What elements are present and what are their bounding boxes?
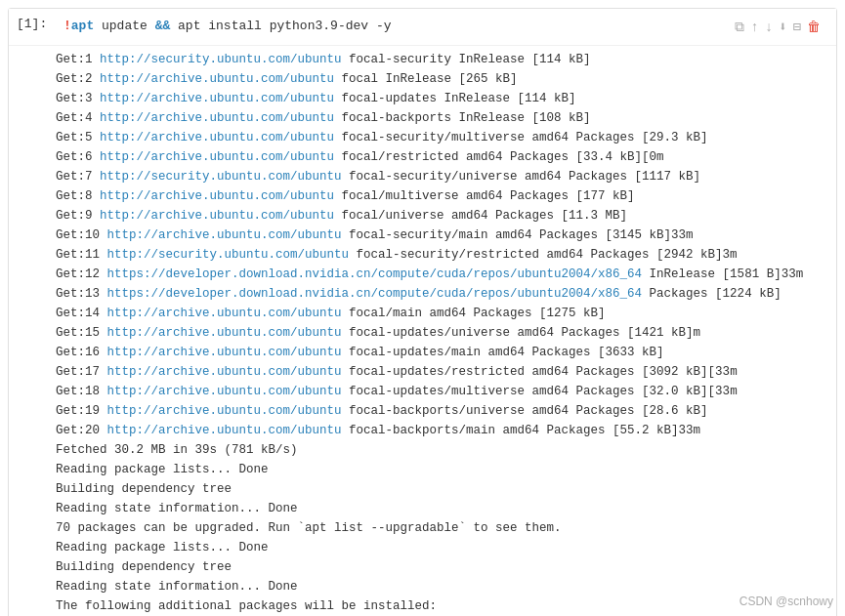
cmd-install: apt install python3.9-dev [170,19,376,33]
output-line: Get:18 http://archive.ubuntu.com/ubuntu … [56,382,828,401]
output-line: Get:10 http://archive.ubuntu.com/ubuntu … [56,226,828,245]
cmd-update: update [94,19,154,33]
output-line: Get:9 http://archive.ubuntu.com/ubuntu f… [56,206,828,226]
cell-command-input[interactable]: !apt update && apt install python3.9-dev… [56,15,727,37]
output-line: Get:19 http://archive.ubuntu.com/ubuntu … [56,401,828,421]
output-line: Get:13 https://developer.download.nvidia… [56,284,828,304]
output-line: Building dependency tree [56,479,828,499]
output-line: Get:14 http://archive.ubuntu.com/ubuntu … [56,304,828,323]
output-line: Reading package lists... Done [56,460,828,479]
output-line: Get:12 https://developer.download.nvidia… [56,265,828,284]
cmd-apt: apt [71,19,94,33]
output-line: Get:7 http://security.ubuntu.com/ubuntu … [56,167,828,186]
notebook-cell: [1]: !apt update && apt install python3.… [8,8,837,616]
output-line: Get:8 http://archive.ubuntu.com/ubuntu f… [56,186,828,206]
output-line: Get:17 http://archive.ubuntu.com/ubuntu … [56,362,828,382]
output-line: 70 packages can be upgraded. Run `apt li… [56,518,828,538]
output-line: Reading package lists... Done [56,538,828,557]
output-line: Building dependency tree [56,557,828,577]
output-line: Get:6 http://archive.ubuntu.com/ubuntu f… [56,147,828,167]
delete-icon[interactable]: 🗑 [807,20,821,35]
move-down-icon[interactable]: ↓ [765,20,773,35]
output-line: Get:1 http://security.ubuntu.com/ubuntu … [56,50,828,69]
output-line: Get:11 http://security.ubuntu.com/ubuntu… [56,245,828,265]
output-line: Fetched 30.2 MB in 39s (781 kB/s) [56,440,828,460]
cmd-flag: -y [376,19,392,33]
output-line: Get:15 http://archive.ubuntu.com/ubuntu … [56,323,828,343]
cell-output: Get:1 http://security.ubuntu.com/ubuntu … [9,45,836,616]
collapse-icon[interactable]: ⊟ [793,19,801,35]
watermark: CSDN @scnhowy [739,595,833,608]
output-line: Reading state information... Done [56,499,828,518]
output-line: Get:20 http://archive.ubuntu.com/ubuntu … [56,421,828,440]
output-line: Get:16 http://archive.ubuntu.com/ubuntu … [56,343,828,362]
cell-header: [1]: !apt update && apt install python3.… [9,9,836,45]
cell-toolbar: ⧉ ↑ ↓ ⬇ ⊟ 🗑 [727,15,828,39]
output-line: Get:4 http://archive.ubuntu.com/ubuntu f… [56,108,828,128]
output-line: The following additional packages will b… [56,596,828,616]
output-line: Get:5 http://archive.ubuntu.com/ubuntu f… [56,128,828,147]
cell-number: [1]: [17,15,56,31]
cmd-and: && [155,19,171,33]
download-icon[interactable]: ⬇ [779,19,786,35]
move-up-icon[interactable]: ↑ [750,20,758,35]
copy-icon[interactable]: ⧉ [735,20,744,35]
cmd-bang: ! [63,19,71,33]
output-line: Reading state information... Done [56,577,828,596]
output-line: Get:2 http://archive.ubuntu.com/ubuntu f… [56,69,828,89]
output-line: Get:3 http://archive.ubuntu.com/ubuntu f… [56,89,828,108]
